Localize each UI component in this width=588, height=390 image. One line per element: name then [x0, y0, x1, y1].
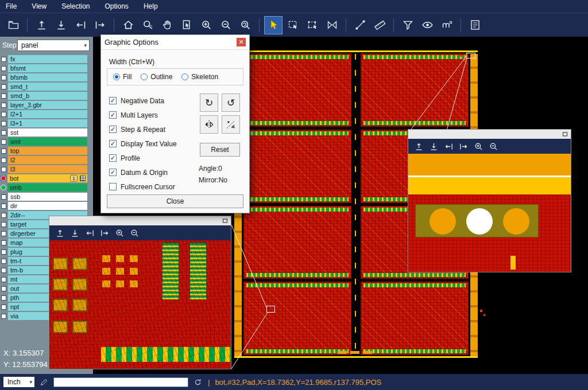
radio-dot[interactable]: [181, 73, 188, 80]
transform-select-button[interactable]: [304, 17, 321, 34]
red-active-layer-dot[interactable]: [1, 176, 6, 181]
mag2-import-button[interactable]: [442, 140, 455, 153]
layer-checkbox[interactable]: [1, 103, 6, 108]
menu-help[interactable]: Help: [144, 2, 158, 10]
mag2-export-button[interactable]: [457, 140, 470, 153]
save-button[interactable]: [52, 17, 69, 34]
zoom-previous-button[interactable]: [237, 17, 254, 34]
layer-row-l2[interactable]: l2: [0, 155, 93, 165]
layer-checkbox[interactable]: [1, 66, 6, 71]
rotate-ccw-button[interactable]: ↺: [222, 93, 240, 112]
pcb-board[interactable]: [243, 53, 351, 127]
mag2-save-button[interactable]: [427, 140, 440, 153]
layer-row-bot[interactable]: bot1: [0, 174, 93, 183]
radio-dot[interactable]: [113, 73, 120, 80]
layer-checkbox[interactable]: [1, 249, 6, 255]
mag2-zoom-out-button[interactable]: [486, 140, 500, 153]
import-button[interactable]: [72, 17, 89, 34]
layer-checkbox[interactable]: [1, 158, 6, 163]
layer-bar[interactable]: smt: [8, 138, 87, 146]
load-button[interactable]: [33, 17, 50, 34]
layer-checkbox[interactable]: [1, 84, 6, 89]
mag2-load-button[interactable]: [412, 140, 425, 153]
grid-icon[interactable]: [80, 176, 86, 181]
checkbox[interactable]: ✓: [109, 126, 117, 133]
layer-checkbox[interactable]: [1, 93, 6, 99]
layer-checkbox[interactable]: [1, 222, 6, 227]
pcb-board[interactable]: [243, 282, 351, 355]
layer-bar[interactable]: layer_3.gbr: [8, 101, 87, 109]
zoom-window-button[interactable]: [139, 17, 156, 34]
close-button[interactable]: Close: [107, 194, 243, 208]
layer-bar[interactable]: ssb: [8, 193, 87, 201]
rotate-cw-button[interactable]: ↻: [200, 93, 218, 112]
layer-row-l2+1[interactable]: l2+1: [0, 110, 93, 119]
mag1-load-button[interactable]: [53, 227, 67, 239]
export-button[interactable]: [91, 17, 109, 34]
pcb-board[interactable]: [361, 53, 469, 127]
visibility-button[interactable]: [419, 17, 436, 34]
checkbox-row[interactable]: ✓Negative Data: [109, 93, 177, 108]
layer-bar[interactable]: bfsmt: [8, 64, 87, 72]
menu-selection[interactable]: Selection: [61, 2, 90, 10]
unit-dropdown[interactable]: Inch ▾: [3, 377, 34, 387]
window-box-icon[interactable]: [222, 217, 229, 224]
layer-row-l3[interactable]: l3: [0, 165, 93, 174]
magnifier2-title-bar[interactable]: [408, 130, 571, 139]
layer-checkbox[interactable]: [1, 295, 6, 301]
layer-checkbox[interactable]: [1, 240, 6, 245]
checkbox-row[interactable]: ✓Profile: [109, 151, 177, 165]
refresh-icon[interactable]: [194, 378, 202, 387]
radio-fill[interactable]: Fill: [113, 73, 131, 81]
layer-bar[interactable]: dir: [8, 202, 87, 210]
layer-bar[interactable]: bot1: [7, 174, 87, 182]
pcb-board[interactable]: [243, 206, 351, 279]
layer-checkbox[interactable]: [1, 112, 6, 117]
layer-checkbox[interactable]: [1, 286, 6, 291]
layer-bar[interactable]: smd_t: [8, 83, 87, 91]
layer-row-layer_3.gbr[interactable]: layer_3.gbr: [0, 100, 93, 110]
dialog-title-bar[interactable]: Graphic Options ✕: [101, 35, 249, 50]
window-box-icon[interactable]: [562, 131, 568, 138]
ruler-button[interactable]: [371, 17, 388, 34]
mag1-save-button[interactable]: [68, 227, 82, 239]
pcb-board[interactable]: [243, 130, 351, 203]
radio-dot[interactable]: [141, 73, 148, 80]
layer-row-bfsmt[interactable]: bfsmt: [0, 64, 93, 73]
layer-checkbox[interactable]: [1, 277, 6, 282]
mirror-horizontal-button[interactable]: [200, 115, 218, 134]
menu-view[interactable]: View: [32, 2, 47, 10]
layer-checkbox[interactable]: [1, 57, 6, 62]
layer-checkbox[interactable]: [1, 139, 6, 145]
checkbox-row[interactable]: ✓Step & Repeat: [109, 122, 177, 136]
layer-bar[interactable]: sst: [8, 128, 87, 136]
checkbox[interactable]: ✓: [109, 111, 117, 119]
layer-row-smd_t[interactable]: smd_t: [0, 82, 93, 91]
magnifier2-viewport[interactable]: [408, 154, 571, 272]
layer-bar[interactable]: bfsmb: [8, 73, 87, 81]
filter-button[interactable]: [399, 17, 416, 34]
mag1-export-button[interactable]: [98, 227, 111, 239]
layer-row-sst[interactable]: sst: [0, 128, 93, 137]
layer-bar[interactable]: top: [8, 147, 87, 155]
green-active-layer-dot[interactable]: [1, 185, 6, 190]
checkbox-row[interactable]: ✓Multi Layers: [109, 108, 177, 122]
layer-checkbox[interactable]: [1, 121, 6, 126]
report-button[interactable]: [466, 17, 483, 34]
mag1-import-button[interactable]: [83, 227, 96, 239]
layer-bar[interactable]: smb: [7, 184, 87, 192]
layer-row-smd_b[interactable]: smd_b: [0, 91, 93, 100]
layer-checkbox[interactable]: [1, 314, 6, 319]
mag1-zoom-out-button[interactable]: [127, 227, 141, 239]
layer-checkbox[interactable]: [1, 194, 6, 200]
layer-checkbox[interactable]: [1, 130, 6, 135]
checkbox-row[interactable]: Fullscreen Cursor: [109, 180, 177, 194]
checkbox[interactable]: [109, 183, 117, 190]
zoom-in-button[interactable]: [198, 17, 215, 34]
magnifier1-viewport[interactable]: [49, 240, 231, 369]
layer-checkbox[interactable]: [1, 305, 6, 310]
layer-row-smt[interactable]: smt: [0, 137, 93, 146]
mag2-zoom-in-button[interactable]: [471, 140, 485, 153]
layer-bar[interactable]: smd_b: [8, 92, 87, 100]
radio-skeleton[interactable]: Skeleton: [181, 73, 218, 81]
